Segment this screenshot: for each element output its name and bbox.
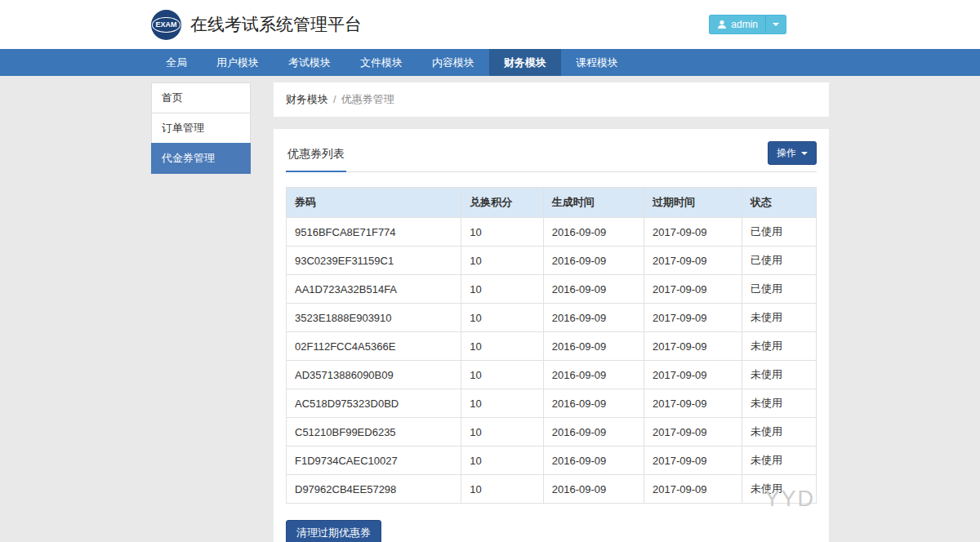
column-header: 状态 xyxy=(742,188,817,218)
table-cell: 02F112FCC4A5366E xyxy=(287,332,461,361)
table-row: AC518D975323D0BD102016-09-092017-09-09未使… xyxy=(287,389,817,418)
table-row: C51210BF99ED6235102016-09-092017-09-09未使… xyxy=(287,418,817,446)
watermark: YYD xyxy=(764,486,815,512)
table-cell: D97962CB4EE57298 xyxy=(287,475,461,504)
table-cell: 2017-09-09 xyxy=(644,304,742,332)
nav-item-文件模块[interactable]: 文件模块 xyxy=(345,49,417,76)
table-cell: 2017-09-09 xyxy=(644,389,742,418)
nav-item-财务模块[interactable]: 财务模块 xyxy=(489,49,561,76)
table-cell: AD35713886090B09 xyxy=(287,361,461,389)
table-cell: 10 xyxy=(461,389,544,418)
table-cell: 2016-09-09 xyxy=(543,475,644,504)
table-cell: 10 xyxy=(461,218,544,247)
table-cell: 未使用 xyxy=(742,418,817,446)
table-row: 9516BFCA8E71F774102016-09-092017-09-09已使… xyxy=(287,218,817,247)
table-cell: 2016-09-09 xyxy=(543,275,644,304)
table-cell: 2017-09-09 xyxy=(644,247,742,275)
table-cell: 未使用 xyxy=(742,361,817,389)
table-cell: 2016-09-09 xyxy=(543,332,644,361)
table-cell: 10 xyxy=(461,418,544,446)
action-button-label: 操作 xyxy=(777,146,796,160)
nav-item-全局[interactable]: 全局 xyxy=(151,49,202,76)
coupon-table-body: 9516BFCA8E71F774102016-09-092017-09-09已使… xyxy=(287,218,817,504)
column-header: 兑换积分 xyxy=(461,188,544,218)
table-row: D97962CB4EE57298102016-09-092017-09-09未使… xyxy=(287,475,817,504)
table-cell: 3523E1888E903910 xyxy=(287,304,461,332)
column-header: 生成时间 xyxy=(543,188,644,218)
table-cell: 2017-09-09 xyxy=(644,332,742,361)
coupon-table: 券码兑换积分生成时间过期时间状态 9516BFCA8E71F774102016-… xyxy=(286,187,817,504)
breadcrumb-separator: / xyxy=(333,93,336,105)
column-header: 过期时间 xyxy=(644,188,742,218)
table-cell: 93C0239EF31159C1 xyxy=(287,247,461,275)
table-cell: 2017-09-09 xyxy=(644,218,742,247)
table-cell: 2017-09-09 xyxy=(644,418,742,446)
nav-item-课程模块[interactable]: 课程模块 xyxy=(561,49,633,76)
coupon-panel: 优惠券列表 操作 券码兑换积分生成时间过期时间状态 9516BFCA8E71F7… xyxy=(274,129,829,542)
sidebar-item-首页[interactable]: 首页 xyxy=(151,82,251,113)
table-cell: C51210BF99ED6235 xyxy=(287,418,461,446)
table-cell: 未使用 xyxy=(742,304,817,332)
user-button[interactable]: admin xyxy=(709,15,765,34)
table-cell: 2016-09-09 xyxy=(543,247,644,275)
table-cell: 已使用 xyxy=(742,218,817,247)
table-cell: 2016-09-09 xyxy=(543,446,644,475)
main-nav-items: 全局用户模块考试模块文件模块内容模块财务模块课程模块 xyxy=(151,49,829,76)
table-cell: 2016-09-09 xyxy=(543,361,644,389)
panel-header: 优惠券列表 操作 xyxy=(286,141,817,172)
user-name: admin xyxy=(731,19,758,30)
tab-coupon-list[interactable]: 优惠券列表 xyxy=(286,142,346,172)
table-cell: 2017-09-09 xyxy=(644,361,742,389)
clear-expired-coupons-button[interactable]: 清理过期优惠券 xyxy=(286,520,381,542)
action-dropdown-button[interactable]: 操作 xyxy=(768,141,817,165)
nav-item-考试模块[interactable]: 考试模块 xyxy=(274,49,345,76)
table-row: AD35713886090B09102016-09-092017-09-09未使… xyxy=(287,361,817,389)
nav-item-内容模块[interactable]: 内容模块 xyxy=(417,49,489,76)
table-cell: 2017-09-09 xyxy=(644,475,742,504)
table-cell: 10 xyxy=(461,332,544,361)
user-dropdown-toggle[interactable] xyxy=(765,15,786,34)
table-cell: 2016-09-09 xyxy=(543,218,644,247)
chevron-down-icon xyxy=(773,23,779,26)
sidebar: 首页订单管理代金券管理 xyxy=(151,82,251,542)
breadcrumb: 财务模块/优惠券管理 xyxy=(274,82,829,117)
table-row: AA1D723A32B514FA102016-09-092017-09-09已使… xyxy=(287,275,817,304)
table-cell: 10 xyxy=(461,446,544,475)
table-cell: 10 xyxy=(461,304,544,332)
main-content: 财务模块/优惠券管理 优惠券列表 操作 券码兑换积分生成时间过期时间状态 951… xyxy=(274,82,829,542)
table-cell: F1D9734CAEC10027 xyxy=(287,446,461,475)
app-header: EXAM 在线考试系统管理平台 admin xyxy=(0,0,980,49)
table-cell: AC518D975323D0BD xyxy=(287,389,461,418)
table-cell: 未使用 xyxy=(742,446,817,475)
coupon-table-wrap: 券码兑换积分生成时间过期时间状态 9516BFCA8E71F774102016-… xyxy=(286,187,817,504)
table-row: 93C0239EF31159C1102016-09-092017-09-09已使… xyxy=(287,247,817,275)
page-title: 在线考试系统管理平台 xyxy=(190,13,362,36)
sidebar-item-代金券管理[interactable]: 代金券管理 xyxy=(151,143,251,174)
nav-item-用户模块[interactable]: 用户模块 xyxy=(202,49,274,76)
table-cell: 10 xyxy=(461,275,544,304)
table-cell: 9516BFCA8E71F774 xyxy=(287,218,461,247)
table-row: F1D9734CAEC10027102016-09-092017-09-09未使… xyxy=(287,446,817,475)
table-cell: 10 xyxy=(461,361,544,389)
table-cell: 未使用 xyxy=(742,389,817,418)
breadcrumb-current: 优惠券管理 xyxy=(341,93,394,105)
column-header: 券码 xyxy=(287,188,461,218)
main-nav: 全局用户模块考试模块文件模块内容模块财务模块课程模块 xyxy=(0,49,980,76)
coupon-table-head-row: 券码兑换积分生成时间过期时间状态 xyxy=(287,188,817,218)
app-logo-text: EXAM xyxy=(152,17,180,33)
chevron-down-icon xyxy=(801,152,808,155)
table-row: 3523E1888E903910102016-09-092017-09-09未使… xyxy=(287,304,817,332)
table-cell: 2016-09-09 xyxy=(543,389,644,418)
table-cell: 2016-09-09 xyxy=(543,304,644,332)
table-cell: 2017-09-09 xyxy=(644,275,742,304)
table-row: 02F112FCC4A5366E102016-09-092017-09-09未使… xyxy=(287,332,817,361)
breadcrumb-parent[interactable]: 财务模块 xyxy=(286,93,328,105)
user-icon xyxy=(717,20,727,29)
app-logo: EXAM xyxy=(151,10,181,40)
user-menu: admin xyxy=(709,15,786,34)
table-cell: 未使用 xyxy=(742,332,817,361)
table-cell: 已使用 xyxy=(742,247,817,275)
sidebar-item-订单管理[interactable]: 订单管理 xyxy=(151,113,251,144)
table-cell: 10 xyxy=(461,475,544,504)
table-cell: AA1D723A32B514FA xyxy=(287,275,461,304)
